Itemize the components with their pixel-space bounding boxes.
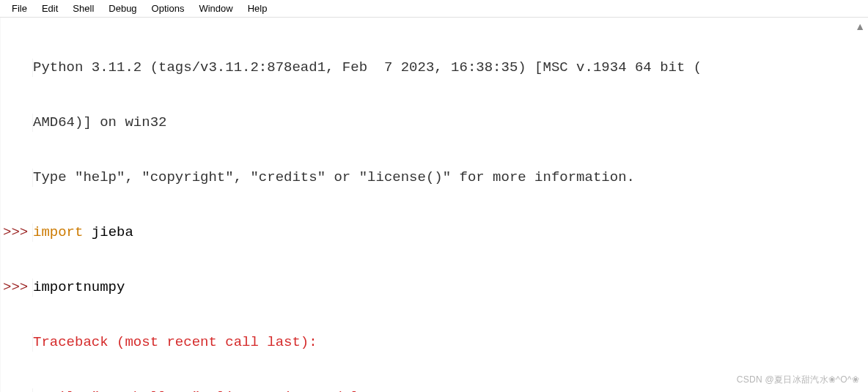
shell-output[interactable]: Python 3.11.2 (tags/v3.11.2:878ead1, Feb… [0, 18, 868, 392]
menubar: File Edit Shell Debug Options Window Hel… [0, 0, 868, 18]
banner-line: Python 3.11.2 (tags/v3.11.2:878ead1, Feb… [33, 59, 702, 77]
menu-window[interactable]: Window [191, 1, 240, 15]
menu-options[interactable]: Options [144, 1, 192, 15]
menu-file[interactable]: File [4, 1, 34, 15]
menu-shell[interactable]: Shell [65, 1, 101, 15]
input-line: importnumpy [33, 278, 125, 297]
menu-help[interactable]: Help [240, 1, 275, 15]
watermark: CSDN @夏日冰甜汽水❀^O^❀ [737, 374, 859, 386]
keyword-import: import [33, 224, 83, 240]
banner-line: AMD64)] on win32 [33, 114, 166, 132]
traceback-line: File "<pyshell#1>", line 1, in <module> [33, 388, 375, 392]
shell-prompt: >>> [1, 278, 33, 297]
menu-debug[interactable]: Debug [101, 1, 144, 15]
traceback-line: Traceback (most recent call last): [33, 333, 317, 352]
banner-line: Type "help", "copyright", "credits" or "… [33, 169, 635, 187]
shell-prompt: >>> [1, 223, 33, 242]
module-name: jieba [83, 224, 133, 240]
menu-edit[interactable]: Edit [34, 1, 65, 15]
